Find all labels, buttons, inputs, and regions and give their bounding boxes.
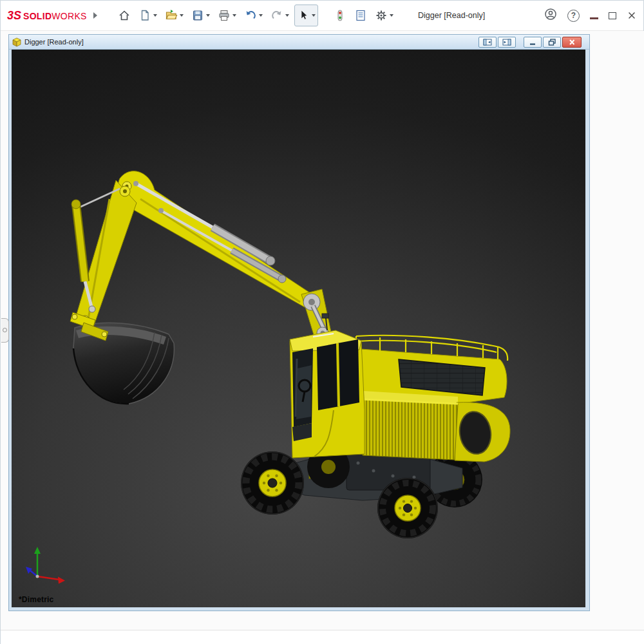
file-properties-icon	[354, 9, 367, 22]
orientation-triad	[26, 547, 65, 584]
save-button[interactable]	[189, 5, 213, 26]
select-tool-button[interactable]	[294, 5, 318, 26]
user-account-icon	[544, 8, 557, 21]
close-icon	[627, 10, 637, 21]
excavator-3d-model[interactable]	[12, 50, 585, 607]
help-button[interactable]: ?	[567, 10, 580, 22]
wheel-front-left[interactable]	[241, 451, 304, 515]
redo-button[interactable]	[268, 5, 292, 26]
dropdown-arrow-icon[interactable]	[259, 14, 263, 17]
document-window-title: Digger [Read-only]	[24, 38, 84, 46]
document-window: Digger [Read-only]	[8, 34, 590, 611]
child-restore-icon	[547, 38, 556, 46]
home-icon	[118, 9, 131, 22]
view-orientation-label: *Dimetric	[19, 595, 54, 604]
help-icon: ?	[571, 11, 576, 20]
dropdown-arrow-icon[interactable]	[232, 14, 236, 17]
open-button[interactable]	[162, 5, 186, 26]
status-bar	[1, 630, 644, 644]
display-states-icon	[334, 9, 346, 22]
collapse-left-pane-button[interactable]	[478, 37, 497, 48]
redo-icon	[270, 9, 283, 22]
window-controls: ?	[544, 1, 637, 30]
dropdown-arrow-icon[interactable]	[180, 14, 184, 17]
document-window-titlebar[interactable]: Digger [Read-only]	[9, 35, 589, 50]
child-restore-button[interactable]	[543, 37, 561, 48]
graphics-viewport[interactable]: *Dimetric	[12, 50, 585, 607]
home-button[interactable]	[115, 5, 133, 26]
undo-button[interactable]	[242, 5, 265, 26]
solidworks-logo: 3S SOLID WORKS	[7, 9, 87, 23]
collapse-right-pane-icon	[502, 38, 511, 46]
gear-icon	[375, 9, 388, 22]
options-button[interactable]	[372, 5, 396, 26]
dropdown-arrow-icon[interactable]	[206, 14, 210, 17]
collapsed-panel-tab[interactable]	[1, 318, 9, 343]
solidworks-window: 3S SOLID WORKS	[0, 0, 644, 644]
child-minimize-button[interactable]	[524, 37, 542, 48]
minimize-button[interactable]	[590, 17, 598, 19]
user-account-button[interactable]	[544, 8, 557, 23]
undo-icon	[244, 9, 257, 22]
child-close-icon	[567, 38, 576, 46]
part-cube-icon	[12, 37, 21, 47]
close-button[interactable]	[627, 10, 637, 21]
child-minimize-icon	[528, 38, 537, 46]
print-icon	[218, 9, 231, 22]
collapse-left-pane-icon	[483, 38, 492, 46]
new-document-button[interactable]	[136, 5, 160, 26]
open-folder-icon	[165, 9, 178, 22]
mdi-client-area: Digger [Read-only]	[1, 31, 644, 630]
cab[interactable]	[290, 314, 365, 458]
active-document-title: Digger [Read-only]	[418, 1, 485, 30]
display-states-button[interactable]	[331, 5, 349, 26]
file-properties-button[interactable]	[352, 5, 370, 26]
dropdown-arrow-icon[interactable]	[312, 14, 316, 17]
save-icon	[191, 9, 204, 22]
maximize-button[interactable]	[609, 12, 616, 19]
dassault-3ds-mark: 3S	[7, 9, 21, 23]
document-window-controls	[478, 37, 582, 48]
quick-access-toolbar	[115, 5, 396, 26]
dropdown-arrow-icon[interactable]	[153, 14, 157, 17]
collapse-right-pane-button[interactable]	[498, 37, 516, 48]
upper-body[interactable]	[356, 336, 510, 462]
new-document-icon	[138, 9, 151, 22]
app-titlebar: 3S SOLID WORKS	[1, 1, 643, 31]
dropdown-arrow-icon[interactable]	[285, 14, 289, 17]
dropdown-arrow-icon[interactable]	[390, 14, 393, 17]
bucket[interactable]	[73, 323, 174, 404]
child-close-button[interactable]	[562, 37, 582, 48]
expand-menu-chevron-icon[interactable]	[93, 12, 97, 19]
print-button[interactable]	[215, 5, 239, 26]
wheel-rear-left[interactable]	[377, 478, 438, 538]
select-cursor-icon	[297, 9, 310, 22]
